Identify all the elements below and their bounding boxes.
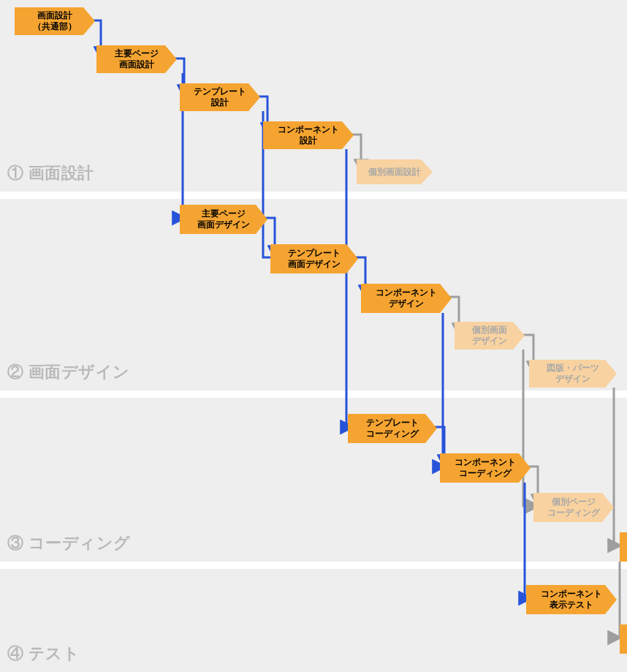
flow-node: コンポーネント 設計 xyxy=(263,121,354,149)
flow-node: 画面設計 （共通部） xyxy=(15,7,95,35)
flow-node: 個別ページ コーディング xyxy=(533,493,614,522)
section-label: ③ コーディング xyxy=(7,532,131,554)
section-label: ④ テスト xyxy=(7,643,80,665)
section-screen-design: ① 画面設計 xyxy=(0,0,627,192)
flow-node: 主要ページ 画面設計 xyxy=(96,45,177,73)
flow-node: コンポーネント デザイン xyxy=(361,284,452,313)
section-label: ② 画面デザイン xyxy=(7,361,130,383)
flow-node: 個別画面 デザイン xyxy=(455,322,525,350)
flow-node: テンプレート コーディング xyxy=(348,414,437,443)
flow-node: 図版・パーツ デザイン xyxy=(529,360,617,388)
flow-node: 主要ページ 画面デザイン xyxy=(180,205,267,234)
flow-node: 個別画面設計 xyxy=(357,159,433,184)
flow-node xyxy=(620,532,627,562)
flow-node: コンポーネント コーディング xyxy=(440,453,531,483)
section-label: ① 画面設計 xyxy=(7,162,94,184)
section-test: ④ テスト xyxy=(0,569,627,672)
flow-node xyxy=(620,624,627,654)
flow-node: テンプレート 設計 xyxy=(180,83,260,111)
flow-node: テンプレート 画面デザイン xyxy=(270,244,358,273)
section-coding: ③ コーディング xyxy=(0,398,627,562)
flow-node: コンポーネント 表示テスト xyxy=(526,585,617,614)
